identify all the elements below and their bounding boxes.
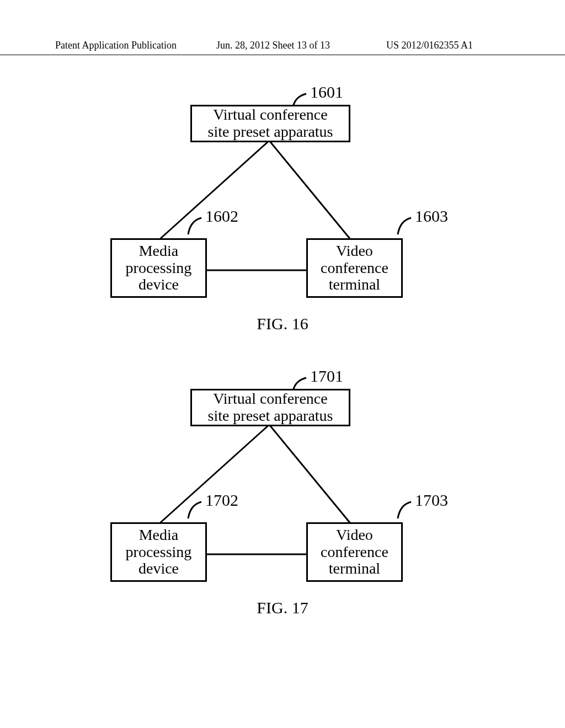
ref-1701: 1701 <box>310 367 343 386</box>
box-1702-label: Media processing device <box>126 527 192 577</box>
box-1603-label: Video conference terminal <box>321 243 388 293</box>
box-1701-label: Virtual conference site preset apparatus <box>207 390 333 425</box>
box-video-conference-terminal-1703: Video conference terminal <box>306 522 403 582</box>
box-1602-label: Media processing device <box>126 243 192 293</box>
figure-17: Virtual conference site preset apparatus… <box>0 367 565 643</box>
header-center: Jun. 28, 2012 Sheet 13 of 13 <box>216 40 330 51</box>
page-header: Patent Application Publication Jun. 28, … <box>0 40 565 55</box>
ref-1601: 1601 <box>310 83 343 101</box>
ref-1702: 1702 <box>205 491 238 510</box>
figure-17-caption: FIG. 17 <box>0 598 565 617</box>
svg-line-4 <box>269 425 351 524</box>
box-media-processing-1702: Media processing device <box>110 522 207 582</box>
ref-1603: 1603 <box>415 207 448 226</box>
box-virtual-conference-preset-1701: Virtual conference site preset apparatus <box>190 389 350 426</box>
svg-line-1 <box>269 141 351 240</box>
figure-16-caption: FIG. 16 <box>0 314 565 333</box>
box-virtual-conference-preset-1601: Virtual conference site preset apparatus <box>190 105 350 142</box>
box-media-processing-1602: Media processing device <box>110 238 207 298</box>
figure-16: Virtual conference site preset apparatus… <box>0 83 565 358</box>
box-video-conference-terminal-1603: Video conference terminal <box>306 238 403 298</box>
header-right: US 2012/0162355 A1 <box>386 40 473 51</box>
ref-1602: 1602 <box>205 207 238 226</box>
header-left: Patent Application Publication <box>55 40 177 51</box>
box-1703-label: Video conference terminal <box>321 527 388 577</box>
box-1601-label: Virtual conference site preset apparatus <box>207 106 333 141</box>
ref-1703: 1703 <box>415 491 448 510</box>
